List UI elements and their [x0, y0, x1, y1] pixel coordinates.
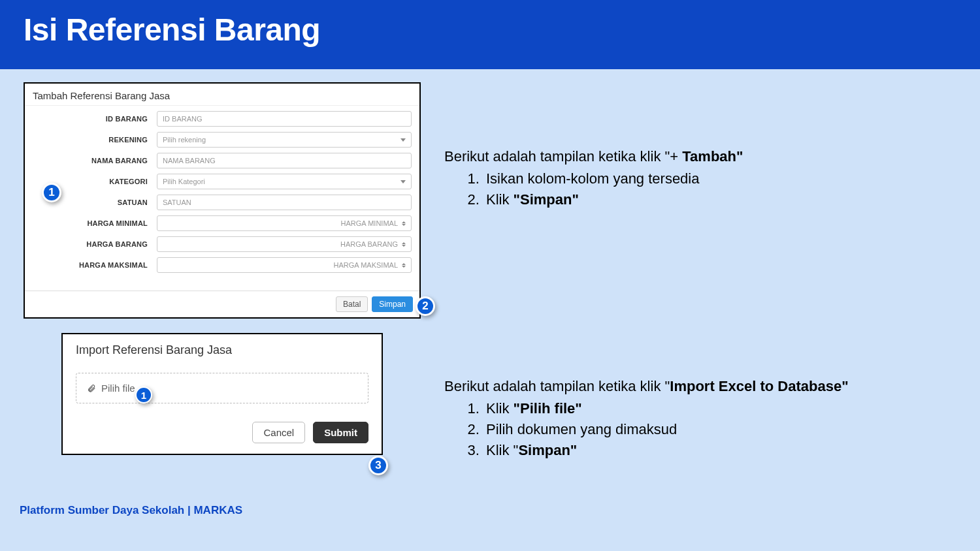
callout-badge-import-1: 1 [135, 386, 152, 403]
label-rekening: REKENING [33, 136, 157, 144]
callout-badge-2: 2 [416, 296, 435, 316]
field-satuan: SATUAN SATUAN [33, 195, 412, 210]
field-kategori: KATEGORI Pilih Kategori [33, 174, 412, 189]
input-id-barang[interactable]: ID BARANG [157, 111, 412, 127]
desc-text: Pilih dokumen yang dimaksud [486, 421, 677, 437]
desc-text: Klik [486, 191, 514, 208]
placeholder-text: HARGA BARANG [340, 240, 398, 248]
select-kategori[interactable]: Pilih Kategori [157, 174, 412, 189]
field-id-barang: ID BARANG ID BARANG [33, 111, 412, 127]
placeholder-text: NAMA BARANG [163, 157, 216, 165]
callout-badge-1: 1 [42, 183, 61, 202]
label-harga-barang: HARGA BARANG [33, 240, 157, 248]
panel1-footer: Batal Simpan [25, 291, 419, 317]
pilih-file-dropzone[interactable]: Pilih file [76, 373, 368, 403]
input-nama-barang[interactable]: NAMA BARANG [157, 153, 412, 168]
cancel-button[interactable]: Cancel [252, 422, 305, 443]
desc-top-list: Isikan kolom-kolom yang tersedia Klik "S… [444, 168, 967, 210]
slide-title: Isi Referensi Barang [24, 12, 956, 48]
number-stepper-icon [402, 263, 406, 268]
placeholder-text: Pilih Kategori [163, 178, 205, 185]
list-item: Klik "Pilih file" [483, 398, 967, 419]
simpan-button[interactable]: Simpan [372, 296, 413, 312]
panel1-title: Tambah Referensi Barang Jasa [25, 84, 419, 106]
field-rekening: REKENING Pilih rekening [33, 132, 412, 148]
panel1-form: ID BARANG ID BARANG REKENING Pilih reken… [25, 106, 419, 273]
description-bottom: Berikut adalah tampilan ketika klik "Imp… [444, 376, 967, 461]
desc-bottom-list: Klik "Pilih file" Pilih dokumen yang dim… [444, 398, 967, 461]
slide-header: Isi Referensi Barang [0, 0, 980, 69]
list-item: Klik "Simpan" [483, 440, 967, 461]
list-item: Pilih dokumen yang dimaksud [483, 419, 967, 440]
chevron-down-icon [400, 138, 406, 142]
number-stepper-icon [402, 221, 406, 226]
desc-bold: Import Excel to Database" [670, 378, 848, 394]
tambah-referensi-panel: Tambah Referensi Barang Jasa ID BARANG I… [24, 82, 421, 319]
desc-top-intro: Berikut adalah tampilan ketika klik "+ T… [444, 146, 967, 167]
input-harga-barang[interactable]: HARGA BARANG [157, 236, 412, 252]
callout-badge-3: 3 [368, 456, 388, 475]
select-rekening[interactable]: Pilih rekening [157, 132, 412, 148]
list-item: Isikan kolom-kolom yang tersedia [483, 168, 967, 189]
field-harga-barang: HARGA BARANG HARGA BARANG [33, 236, 412, 252]
desc-text: Klik [486, 400, 514, 417]
desc-text: Berikut adalah tampilan ketika klik " [444, 378, 670, 394]
desc-bold: "Simpan" [514, 191, 579, 208]
paperclip-icon [87, 383, 96, 394]
input-harga-minimal[interactable]: HARGA MINIMAL [157, 215, 412, 231]
desc-bold: Tambah" [682, 148, 743, 165]
batal-button[interactable]: Batal [336, 296, 368, 312]
desc-bold: "Pilih file" [514, 400, 582, 417]
placeholder-text: HARGA MAKSIMAL [334, 261, 398, 269]
field-nama-barang: NAMA BARANG NAMA BARANG [33, 153, 412, 168]
import-referensi-panel: Import Referensi Barang Jasa Pilih file … [61, 333, 383, 455]
number-stepper-icon [402, 242, 406, 247]
placeholder-text: ID BARANG [163, 115, 203, 123]
placeholder-text: HARGA MINIMAL [341, 219, 398, 227]
footer-text: Platform Sumber Daya Sekolah | MARKAS [20, 504, 242, 517]
desc-bold: Simpan" [518, 442, 577, 458]
desc-text: Isikan kolom-kolom yang tersedia [486, 170, 699, 187]
desc-bottom-intro: Berikut adalah tampilan ketika klik "Imp… [444, 376, 967, 397]
pilih-file-label: Pilih file [101, 383, 135, 394]
submit-button[interactable]: Submit [313, 422, 368, 443]
list-item: Klik "Simpan" [483, 189, 967, 210]
label-id-barang: ID BARANG [33, 115, 157, 123]
input-satuan[interactable]: SATUAN [157, 195, 412, 210]
label-harga-minimal: HARGA MINIMAL [33, 219, 157, 227]
placeholder-text: Pilih rekening [163, 136, 206, 144]
input-harga-maksimal[interactable]: HARGA MAKSIMAL [157, 257, 412, 273]
placeholder-text: SATUAN [163, 198, 191, 206]
field-harga-maksimal: HARGA MAKSIMAL HARGA MAKSIMAL [33, 257, 412, 273]
panel2-body: Pilih file [63, 361, 382, 406]
panel2-footer: Cancel Submit [63, 406, 382, 454]
panel2-title: Import Referensi Barang Jasa [63, 334, 382, 361]
description-top: Berikut adalah tampilan ketika klik "+ T… [444, 146, 967, 210]
label-harga-maksimal: HARGA MAKSIMAL [33, 261, 157, 269]
label-nama-barang: NAMA BARANG [33, 157, 157, 165]
field-harga-minimal: HARGA MINIMAL HARGA MINIMAL [33, 215, 412, 231]
desc-text: Klik " [486, 442, 518, 458]
chevron-down-icon [400, 180, 406, 183]
desc-text: Berikut adalah tampilan ketika klik "+ [444, 148, 682, 165]
